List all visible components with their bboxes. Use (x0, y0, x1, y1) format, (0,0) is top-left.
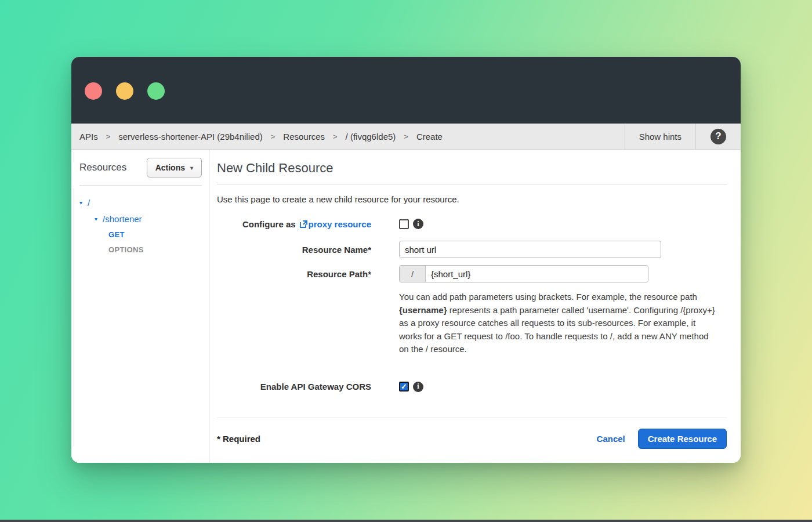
resource-name-controls (399, 241, 661, 258)
cancel-button[interactable]: Cancel (597, 434, 625, 444)
help-icon[interactable]: ? (710, 129, 726, 144)
configure-as-label: Configure asproxy resource (217, 219, 371, 229)
cors-controls: ✓ i (399, 382, 423, 392)
create-resource-button[interactable]: Create Resource (638, 429, 727, 449)
resource-tree: ▾ / ▾ /shortener GET OPTIONS (79, 198, 202, 254)
sidebar-title: Resources (79, 162, 126, 173)
actions-button-label: Actions (155, 163, 185, 172)
cors-label: Enable API Gateway CORS (217, 382, 371, 392)
breadcrumb-bar: APIs > serverless-shortener-API (29b4nil… (71, 124, 741, 150)
configure-as-row: Configure asproxy resource i (217, 219, 727, 229)
path-help-part2: represents a path parameter called 'user… (399, 305, 715, 354)
breadcrumb: APIs > serverless-shortener-API (29b4nil… (71, 124, 625, 149)
breadcrumb-item-resources[interactable]: Resources (283, 132, 325, 142)
page-description: Use this page to create a new child reso… (217, 194, 727, 204)
close-window-icon[interactable] (85, 82, 102, 100)
help-section: ? (695, 124, 741, 149)
required-note: * Required (217, 434, 260, 444)
tree-item-options-method[interactable]: OPTIONS (79, 245, 202, 254)
configure-as-controls: i (399, 219, 423, 229)
resource-name-row: Resource Name* (217, 241, 727, 258)
external-link-icon (299, 220, 308, 229)
resource-path-controls: / (399, 265, 648, 282)
tree-item-get-method[interactable]: GET (79, 230, 202, 239)
resource-name-label: Resource Name* (217, 245, 371, 255)
path-prefix: / (400, 266, 426, 282)
show-hints-label: Show hints (639, 132, 682, 142)
path-help-part1: You can add path parameters using bracke… (399, 292, 697, 302)
page-title: New Child Resource (217, 150, 727, 184)
zoom-window-icon[interactable] (147, 82, 165, 100)
content-area: Resources Actions ▾ ▾ / ▾ /shortener GET (71, 150, 741, 463)
resources-sidebar: Resources Actions ▾ ▾ / ▾ /shortener GET (71, 150, 209, 463)
new-child-resource-panel: New Child Resource Use this page to crea… (209, 150, 741, 463)
tree-item-label: /shortener (103, 214, 142, 224)
breadcrumb-separator: > (271, 132, 276, 141)
tree-expand-icon[interactable]: ▾ (95, 216, 97, 222)
create-resource-form: Configure asproxy resource i Resource Na… (217, 219, 727, 399)
breadcrumb-separator: > (404, 132, 408, 141)
chevron-down-icon: ▾ (190, 165, 193, 171)
path-help-text: You can add path parameters using bracke… (399, 291, 718, 356)
resource-path-group: / (399, 265, 648, 282)
tree-item-root[interactable]: ▾ / (79, 198, 202, 208)
screen-bottom-strip (0, 520, 812, 522)
proxy-resource-link[interactable]: proxy resource (309, 219, 371, 229)
method-label-get: GET (108, 230, 125, 239)
breadcrumb-item-api-name[interactable]: serverless-shortener-API (29b4nilied) (118, 132, 262, 142)
resource-path-row: Resource Path* / (217, 265, 727, 282)
cors-row: Enable API Gateway CORS ✓ i (217, 382, 727, 392)
proxy-resource-checkbox[interactable] (399, 219, 409, 229)
app-window: APIs > serverless-shortener-API (29b4nil… (71, 57, 741, 463)
window-titlebar (71, 57, 741, 124)
breadcrumb-item-root-resource[interactable]: / (fivqg6lde5) (346, 132, 396, 142)
breadcrumb-separator: > (106, 132, 111, 141)
info-icon[interactable]: i (413, 219, 423, 229)
tree-item-label: / (88, 198, 90, 208)
info-icon[interactable]: i (413, 382, 423, 392)
sidebar-header: Resources Actions ▾ (79, 158, 202, 186)
show-hints-button[interactable]: Show hints (625, 124, 695, 149)
actions-dropdown-button[interactable]: Actions ▾ (147, 158, 202, 177)
resource-name-input[interactable] (399, 241, 661, 258)
path-help-bold: {username} (399, 305, 447, 315)
minimize-window-icon[interactable] (116, 82, 133, 100)
resource-path-label: Resource Path* (217, 269, 371, 279)
form-footer: * Required Cancel Create Resource (217, 418, 727, 463)
resource-path-input[interactable] (426, 266, 648, 282)
tree-item-shortener[interactable]: ▾ /shortener (79, 214, 202, 224)
breadcrumb-item-create: Create (416, 132, 443, 142)
configure-as-text: Configure as (242, 219, 296, 229)
method-label-options: OPTIONS (108, 245, 144, 254)
breadcrumb-separator: > (333, 132, 338, 141)
breadcrumb-item-apis[interactable]: APIs (79, 132, 98, 142)
cors-checkbox[interactable]: ✓ (399, 382, 409, 392)
tree-expand-icon[interactable]: ▾ (79, 200, 82, 206)
